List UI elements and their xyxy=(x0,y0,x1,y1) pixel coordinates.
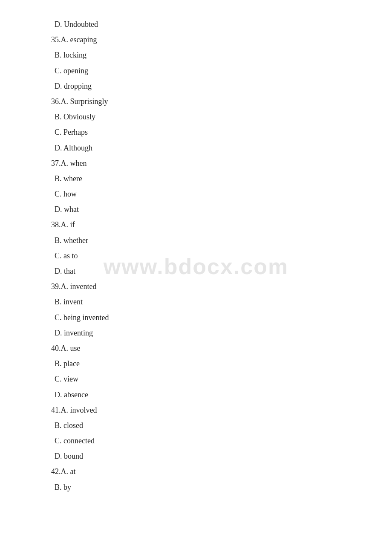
item-label: B. closed xyxy=(51,421,83,430)
question-line: 35.A. escaping xyxy=(51,32,341,47)
option-line: D. Undoubted xyxy=(51,17,341,32)
option-line: C. opening xyxy=(51,64,341,78)
option-line: C. connected xyxy=(51,434,341,448)
option-line: C. as to xyxy=(51,249,341,263)
option-line: B. by xyxy=(51,480,341,494)
item-label: B. place xyxy=(51,359,80,368)
question-line: 36.A. Surprisingly xyxy=(51,94,341,109)
item-label: 35.A. escaping xyxy=(51,35,97,44)
item-label: 39.A. invented xyxy=(51,282,96,291)
option-line: D. inventing xyxy=(51,326,341,340)
item-label: C. as to xyxy=(51,251,78,260)
question-line: 41.A. involved xyxy=(51,403,341,417)
option-line: B. whether xyxy=(51,233,341,248)
item-label: B. where xyxy=(51,174,82,183)
item-label: B. whether xyxy=(51,236,88,245)
option-line: C. view xyxy=(51,372,341,386)
question-line: 38.A. if xyxy=(51,217,341,232)
option-line: C. how xyxy=(51,187,341,201)
option-line: B. closed xyxy=(51,418,341,433)
item-label: D. bound xyxy=(51,452,83,460)
option-line: B. locking xyxy=(51,48,341,62)
item-label: 41.A. involved xyxy=(51,406,97,414)
question-line: 39.A. invented xyxy=(51,279,341,294)
option-line: D. absence xyxy=(51,387,341,402)
option-line: C. being invented xyxy=(51,310,341,325)
option-line: D. that xyxy=(51,264,341,278)
item-label: 38.A. if xyxy=(51,220,75,229)
item-label: D. that xyxy=(51,267,75,275)
option-line: D. bound xyxy=(51,449,341,463)
item-label: D. absence xyxy=(51,390,88,399)
item-label: D. dropping xyxy=(51,82,92,90)
option-line: D. Although xyxy=(51,141,341,155)
item-label: C. connected xyxy=(51,436,95,445)
item-label: D. what xyxy=(51,205,79,214)
item-label: C. opening xyxy=(51,66,88,75)
option-line: D. what xyxy=(51,202,341,217)
item-label: B. invent xyxy=(51,298,83,306)
item-label: D. Undoubted xyxy=(51,20,98,29)
item-label: C. Perhaps xyxy=(51,128,88,136)
question-line: 37.A. when xyxy=(51,156,341,171)
item-label: D. inventing xyxy=(51,329,93,337)
item-label: C. how xyxy=(51,190,77,198)
item-label: C. being invented xyxy=(51,313,109,322)
item-label: 37.A. when xyxy=(51,159,87,168)
option-line: D. dropping xyxy=(51,79,341,93)
item-label: B. Obviously xyxy=(51,113,95,121)
item-label: 40.A. use xyxy=(51,344,81,353)
item-label: B. locking xyxy=(51,51,86,59)
question-line: 40.A. use xyxy=(51,341,341,356)
option-line: B. where xyxy=(51,171,341,186)
option-line: B. place xyxy=(51,356,341,371)
item-label: C. view xyxy=(51,375,78,383)
item-label: 42.A. at xyxy=(51,467,76,476)
main-content: D. Undoubted35.A. escapingB. lockingC. o… xyxy=(0,0,392,512)
option-line: C. Perhaps xyxy=(51,125,341,139)
question-line: 42.A. at xyxy=(51,464,341,479)
option-line: B. invent xyxy=(51,295,341,309)
item-label: B. by xyxy=(51,483,71,491)
item-label: D. Although xyxy=(51,144,92,152)
option-line: B. Obviously xyxy=(51,110,341,124)
item-label: 36.A. Surprisingly xyxy=(51,97,108,106)
